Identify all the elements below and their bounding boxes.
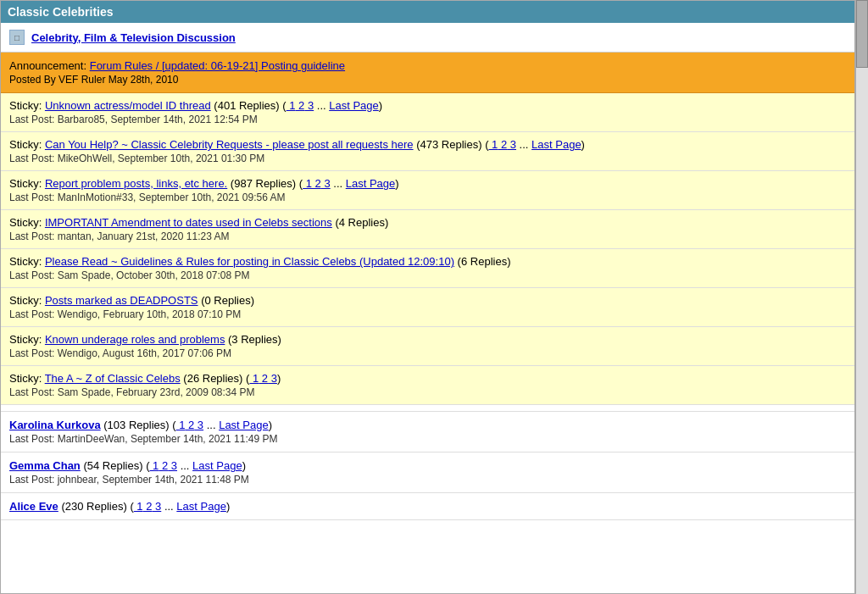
sticky-link-4[interactable]: Please Read ~ Guidelines & Rules for pos… — [45, 255, 454, 268]
scrollbar[interactable] — [855, 0, 868, 594]
sticky-line2-2: Last Post: ManInMotion#33, September 10t… — [9, 192, 846, 203]
sticky-replies-4: (6 Replies) — [458, 255, 511, 268]
sticky-page-7-2[interactable]: 3 — [268, 372, 277, 385]
subforum-row: □ Celebrity, Film & Television Discussio… — [1, 23, 854, 53]
sticky-line1-6: Sticky: Known underage roles and problem… — [9, 333, 846, 346]
sticky-line1-7: Sticky: The A ~ Z of Classic Celebs (26 … — [9, 372, 846, 385]
sticky-lastpost-1: Last Post: MikeOhWell, September 10th, 2… — [9, 153, 264, 164]
sticky-line2-0: Last Post: Barbaro85, September 14th, 20… — [9, 114, 846, 125]
sticky-line2-1: Last Post: MikeOhWell, September 10th, 2… — [9, 153, 846, 164]
sticky-lastpost-5: Last Post: Wendigo, February 10th, 2018 … — [9, 308, 241, 320]
sticky-page-0-1[interactable]: 2 — [295, 99, 304, 112]
sticky-replies-7: (26 Replies) — [183, 372, 242, 385]
subforum-icon: □ — [9, 30, 25, 45]
sticky-lastpost-7: Last Post: Sam Spade, February 23rd, 200… — [9, 386, 255, 398]
announcement-prefix: Announcement: — [9, 59, 86, 72]
sticky-link-7[interactable]: The A ~ Z of Classic Celebs — [45, 372, 181, 385]
sticky-link-1[interactable]: Can You Help? ~ Classic Celebrity Reques… — [45, 138, 414, 151]
thread-line1-1: Gemma Chan (54 Replies) ( 1 2 3 ... Last… — [9, 459, 846, 472]
sticky-line2-7: Last Post: Sam Spade, February 23rd, 200… — [9, 386, 846, 398]
sticky-page-1-2[interactable]: 3 — [507, 138, 516, 151]
thread-row-1: Gemma Chan (54 Replies) ( 1 2 3 ... Last… — [1, 452, 854, 493]
sticky-link-5[interactable]: Posts marked as DEADPOSTS — [45, 294, 198, 307]
stickies-spacer — [1, 405, 854, 412]
thread-page-2-0[interactable]: 1 — [134, 500, 143, 513]
sticky-page-0-2[interactable]: 3 — [304, 99, 314, 112]
sticky-page-2-0[interactable]: 1 — [303, 177, 312, 190]
thread-page-1-2[interactable]: 3 — [168, 459, 177, 472]
thread-page-2-1[interactable]: 2 — [143, 500, 153, 513]
announcement-row: Announcement: Forum Rules / [updated: 06… — [1, 53, 854, 93]
thread-page-0-2[interactable]: 3 — [194, 419, 203, 431]
sticky-line1-1: Sticky: Can You Help? ~ Classic Celebrit… — [9, 138, 846, 151]
sticky-lastpage-1[interactable]: Last Page — [531, 138, 581, 151]
thread-replies-0: (103 Replies) — [103, 419, 169, 431]
sticky-row-1: Sticky: Can You Help? ~ Classic Celebrit… — [1, 132, 854, 171]
thread-link-2[interactable]: Alice Eve — [9, 500, 58, 513]
sticky-page-7-1[interactable]: 2 — [259, 372, 268, 385]
sticky-page-7-0[interactable]: 1 — [249, 372, 259, 385]
sticky-page-1-0[interactable]: 1 — [488, 138, 498, 151]
thread-line1-2: Alice Eve (230 Replies) ( 1 2 3 ... Last… — [9, 500, 846, 513]
sticky-page-2-2[interactable]: 3 — [321, 177, 331, 190]
sticky-link-6[interactable]: Known underage roles and problems — [45, 333, 225, 346]
announcement-link[interactable]: Forum Rules / [updated: 06-19-21] Postin… — [90, 59, 345, 72]
sticky-row-5: Sticky: Posts marked as DEADPOSTS (0 Rep… — [1, 288, 854, 327]
subforum-link[interactable]: Celebrity, Film & Television Discussion — [31, 31, 236, 44]
sticky-lastpost-3: Last Post: mantan, January 21st, 2020 11… — [9, 230, 230, 242]
sticky-prefix-1: Sticky: — [9, 138, 45, 151]
section-header: Classic Celebrities — [1, 1, 854, 23]
sticky-prefix-4: Sticky: — [9, 255, 45, 268]
announcement-line1: Announcement: Forum Rules / [updated: 06… — [9, 59, 846, 72]
thread-page-0-0[interactable]: 1 — [176, 419, 186, 431]
thread-replies-2: (230 Replies) — [61, 500, 126, 513]
thread-link-1[interactable]: Gemma Chan — [9, 459, 81, 472]
thread-row-2: Alice Eve (230 Replies) ( 1 2 3 ... Last… — [1, 493, 854, 520]
thread-page-0-1[interactable]: 2 — [185, 419, 194, 431]
sticky-replies-3: (4 Replies) — [335, 216, 388, 229]
sticky-row-6: Sticky: Known underage roles and problem… — [1, 327, 854, 366]
sticky-line2-4: Last Post: Sam Spade, October 30th, 2018… — [9, 269, 846, 281]
thread-link-0[interactable]: Karolina Kurkova — [9, 419, 101, 431]
sticky-link-0[interactable]: Unknown actress/model ID thread — [45, 99, 211, 112]
sticky-line1-5: Sticky: Posts marked as DEADPOSTS (0 Rep… — [9, 294, 846, 307]
thread-page-2-2[interactable]: 3 — [152, 500, 161, 513]
sticky-prefix-0: Sticky: — [9, 99, 45, 112]
sticky-line1-3: Sticky: IMPORTANT Amendment to dates use… — [9, 216, 846, 229]
thread-page-1-0[interactable]: 1 — [149, 459, 159, 472]
stickies-container: Sticky: Unknown actress/model ID thread … — [1, 93, 854, 405]
sticky-line2-5: Last Post: Wendigo, February 10th, 2018 … — [9, 308, 846, 320]
sticky-page-0-0[interactable]: 1 — [287, 99, 296, 112]
sticky-lastpost-4: Last Post: Sam Spade, October 30th, 2018… — [9, 269, 250, 281]
sticky-line1-0: Sticky: Unknown actress/model ID thread … — [9, 99, 846, 112]
announcement-posted-by: Posted By VEF Ruler May 28th, 2010 — [9, 74, 846, 86]
thread-lastpage-0[interactable]: Last Page — [219, 419, 269, 431]
thread-lastpage-2[interactable]: Last Page — [176, 500, 226, 513]
sticky-link-2[interactable]: Report problem posts, links, etc here. — [45, 177, 227, 190]
scrollbar-thumb[interactable] — [856, 0, 868, 68]
sticky-line1-4: Sticky: Please Read ~ Guidelines & Rules… — [9, 255, 846, 268]
sticky-replies-1: (473 Replies) — [416, 138, 481, 151]
thread-page-1-1[interactable]: 2 — [159, 459, 168, 472]
sticky-replies-5: (0 Replies) — [201, 294, 254, 307]
sticky-replies-0: (401 Replies) — [214, 99, 279, 112]
thread-lastpost-1: Last Post: johnbear, September 14th, 202… — [9, 474, 249, 486]
thread-lastpost-0: Last Post: MartinDeeWan, September 14th,… — [9, 433, 277, 445]
sticky-row-3: Sticky: IMPORTANT Amendment to dates use… — [1, 210, 854, 249]
sticky-page-1-1[interactable]: 2 — [498, 138, 507, 151]
sticky-row-4: Sticky: Please Read ~ Guidelines & Rules… — [1, 249, 854, 288]
thread-lastpage-1[interactable]: Last Page — [192, 459, 242, 472]
section-title: Classic Celebrities — [8, 5, 114, 19]
sticky-lastpage-0[interactable]: Last Page — [329, 99, 379, 112]
sticky-row-2: Sticky: Report problem posts, links, etc… — [1, 171, 854, 210]
sticky-link-3[interactable]: IMPORTANT Amendment to dates used in Cel… — [45, 216, 332, 229]
sticky-prefix-6: Sticky: — [9, 333, 45, 346]
sticky-page-2-1[interactable]: 2 — [312, 177, 321, 190]
sticky-line1-2: Sticky: Report problem posts, links, etc… — [9, 177, 846, 190]
sticky-line2-3: Last Post: mantan, January 21st, 2020 11… — [9, 230, 846, 242]
thread-row-0: Karolina Kurkova (103 Replies) ( 1 2 3 .… — [1, 412, 854, 452]
sticky-line2-6: Last Post: Wendigo, August 16th, 2017 07… — [9, 347, 846, 359]
thread-line2-0: Last Post: MartinDeeWan, September 14th,… — [9, 433, 846, 445]
sticky-lastpage-2[interactable]: Last Page — [346, 177, 396, 190]
sticky-lastpost-0: Last Post: Barbaro85, September 14th, 20… — [9, 114, 258, 125]
